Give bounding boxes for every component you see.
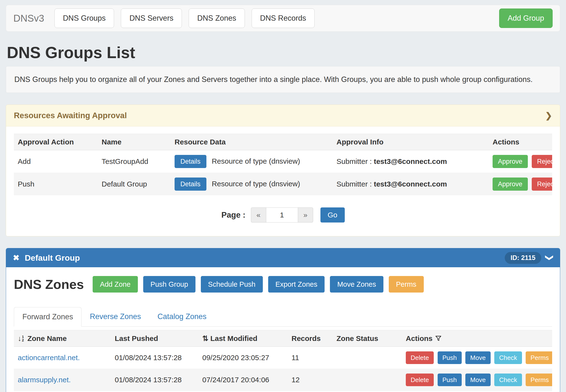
- approval-info-cell: Submitter : test3@6connect.com: [332, 150, 489, 173]
- table-row: Add TestGroupAdd Details Resource of typ…: [14, 150, 552, 173]
- move-button[interactable]: Move: [465, 351, 491, 364]
- table-row: alarmsupply.net. 01/08/2024 13:57:28 07/…: [14, 369, 552, 391]
- push-button[interactable]: Push: [438, 351, 462, 364]
- submitter-email: test3@6connect.com: [374, 180, 447, 188]
- zone-link[interactable]: actioncarrental.net.: [18, 354, 80, 362]
- last-pushed-cell: 01/08/2024 13:57:28: [111, 347, 198, 369]
- col-approval-action: Approval Action: [14, 134, 98, 150]
- zone-status-cell: [332, 347, 402, 369]
- last-modified-cell: 07/24/2017 20:04:06: [198, 369, 288, 391]
- perms-button[interactable]: Perms: [526, 351, 552, 364]
- col-actions: Actions: [489, 134, 552, 150]
- app-brand: DNSv3: [13, 13, 44, 24]
- approval-name-cell: Default Group: [98, 173, 171, 196]
- col-zone-status: Zone Status: [332, 330, 402, 347]
- submitter-label: Submitter :: [336, 157, 372, 165]
- prev-page-button[interactable]: «: [251, 208, 266, 223]
- approve-button[interactable]: Approve: [493, 155, 528, 168]
- last-pushed-cell: 01/08/2024 13:57:28: [111, 369, 198, 391]
- zone-tabs: Forward Zones Reverse Zones Catalog Zone…: [14, 307, 552, 327]
- approval-actions-cell: Approve Reject: [489, 150, 552, 173]
- records-cell: 11: [288, 347, 332, 369]
- push-button[interactable]: Push: [438, 374, 462, 386]
- tab-forward-zones[interactable]: Forward Zones: [14, 307, 82, 327]
- delete-button[interactable]: Delete: [406, 374, 434, 386]
- close-icon[interactable]: ✖: [13, 253, 19, 262]
- next-page-button[interactable]: »: [298, 208, 313, 223]
- approval-name-cell: TestGroupAdd: [98, 150, 171, 173]
- nav-dns-groups[interactable]: DNS Groups: [55, 9, 114, 28]
- check-button[interactable]: Check: [494, 351, 522, 364]
- approval-table-header: Approval Action Name Resource Data Appro…: [14, 134, 552, 150]
- approval-table: Approval Action Name Resource Data Appro…: [14, 134, 552, 195]
- tab-reverse-zones[interactable]: Reverse Zones: [82, 307, 149, 326]
- col-last-modified: ⇅Last Modified: [198, 330, 288, 347]
- details-button[interactable]: Details: [175, 155, 207, 168]
- go-button[interactable]: Go: [320, 208, 345, 223]
- zones-table: ↓ 1 2 Zone Name Last Pushed ⇅Last Modifi…: [14, 330, 552, 392]
- add-zone-button[interactable]: Add Zone: [93, 276, 138, 293]
- zone-link[interactable]: alarmsupply.net.: [18, 376, 71, 384]
- move-button[interactable]: Move: [465, 374, 491, 386]
- resource-text: Resource of type (dnsview): [212, 157, 300, 165]
- table-row: Push Default Group Details Resource of t…: [14, 173, 552, 196]
- submitter-email: test3@6connect.com: [374, 157, 447, 165]
- chevron-down-icon[interactable]: ❯: [545, 255, 554, 261]
- approval-action-cell: Push: [14, 173, 98, 196]
- last-modified-cell: 09/25/2020 23:05:27: [198, 347, 288, 369]
- default-group-panel: ✖ Default Group ID: 2115 ❯ DNS Zones Add…: [6, 248, 560, 392]
- group-panel-body: DNS Zones Add Zone Push Group Schedule P…: [6, 267, 560, 392]
- export-zones-button[interactable]: Export Zones: [268, 276, 325, 293]
- perms-button[interactable]: Perms: [526, 374, 552, 386]
- details-button[interactable]: Details: [175, 178, 207, 191]
- filter-icon[interactable]: [435, 335, 442, 342]
- dns-zones-toolbar: DNS Zones Add Zone Push Group Schedule P…: [14, 276, 552, 293]
- group-id-badge: ID: 2115: [505, 252, 541, 264]
- sort-updown-icon[interactable]: ⇅: [202, 334, 208, 342]
- approval-panel-title: Resources Awaiting Approval: [14, 111, 127, 120]
- approve-button[interactable]: Approve: [493, 178, 528, 191]
- page-title: DNS Groups List: [7, 43, 560, 62]
- zone-name-cell: allvalleyas.com.: [14, 391, 111, 392]
- approval-panel: Resources Awaiting Approval ❯ Approval A…: [6, 105, 560, 236]
- add-group-button[interactable]: Add Group: [499, 9, 553, 28]
- nav-dns-zones[interactable]: DNS Zones: [189, 9, 245, 28]
- table-row: allvalleyas.com. 01/08/2024 13:57:35 01/…: [14, 391, 552, 392]
- move-zones-button[interactable]: Move Zones: [330, 276, 383, 293]
- sort-numeric-icon[interactable]: ↓ 1 2: [18, 335, 24, 342]
- zone-name-cell: alarmsupply.net.: [14, 369, 111, 391]
- schedule-push-button[interactable]: Schedule Push: [201, 276, 263, 293]
- delete-button[interactable]: Delete: [406, 351, 434, 364]
- group-perms-button[interactable]: Perms: [389, 276, 424, 293]
- records-cell: 9: [288, 391, 332, 392]
- approval-panel-body: Approval Action Name Resource Data Appro…: [6, 126, 560, 236]
- col-approval-info: Approval Info: [332, 134, 489, 150]
- col-last-pushed: Last Pushed: [111, 330, 198, 347]
- page-number-input[interactable]: [266, 208, 298, 223]
- resource-text: Resource of type (dnsview): [212, 180, 300, 188]
- page-label: Page :: [221, 210, 245, 220]
- zone-actions-cell: Delete Push Move Check Perms: [402, 369, 552, 391]
- zone-actions-cell: Delete Push Move Check Perms: [402, 391, 552, 392]
- zone-actions-cell: Delete Push Move Check Perms: [402, 347, 552, 369]
- zone-status-cell: [332, 369, 402, 391]
- pagination: Page : « » Go: [14, 208, 552, 223]
- push-group-button[interactable]: Push Group: [143, 276, 195, 293]
- page-description: DNS Groups help you to organize all of y…: [6, 66, 560, 93]
- chevron-right-icon[interactable]: ❯: [545, 111, 552, 120]
- approval-info-cell: Submitter : test3@6connect.com: [332, 173, 489, 196]
- col-records: Records: [288, 330, 332, 347]
- group-panel-header: ✖ Default Group ID: 2115 ❯: [6, 248, 560, 267]
- reject-button[interactable]: Reject: [532, 155, 552, 168]
- check-button[interactable]: Check: [494, 374, 522, 386]
- last-modified-cell: 01/03/2024 19:10:17: [198, 391, 288, 392]
- resource-data-cell: Details Resource of type (dnsview): [171, 150, 332, 173]
- approval-panel-header[interactable]: Resources Awaiting Approval ❯: [6, 105, 560, 126]
- reject-button[interactable]: Reject: [532, 178, 552, 191]
- last-pushed-cell: 01/08/2024 13:57:35: [111, 391, 198, 392]
- nav-dns-servers[interactable]: DNS Servers: [121, 9, 182, 28]
- tab-catalog-zones[interactable]: Catalog Zones: [149, 307, 215, 326]
- resource-data-cell: Details Resource of type (dnsview): [171, 173, 332, 196]
- nav-dns-records[interactable]: DNS Records: [252, 9, 315, 28]
- table-row: actioncarrental.net. 01/08/2024 13:57:28…: [14, 347, 552, 369]
